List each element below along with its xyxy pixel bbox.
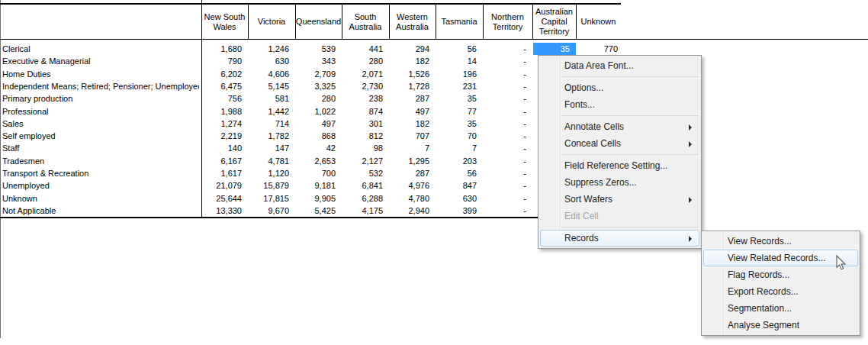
table-cell[interactable]: 77	[436, 105, 483, 118]
table-cell[interactable]: -	[483, 205, 532, 217]
table-cell[interactable]: 1,274	[201, 118, 248, 130]
table-cell[interactable]: 497	[295, 118, 342, 130]
row-label-professional[interactable]: Professional	[2, 105, 199, 118]
row-label-not-applicable[interactable]: Not Applicable	[2, 205, 199, 217]
table-cell[interactable]: -	[483, 92, 532, 105]
table-cell[interactable]: 4,175	[342, 205, 389, 217]
menu-item-annotate-cells[interactable]: Annotate Cells	[540, 118, 699, 135]
table-cell[interactable]: -	[483, 43, 532, 55]
table-cell[interactable]: 630	[248, 55, 295, 67]
table-cell[interactable]: 1,680	[201, 43, 248, 55]
table-cell[interactable]: 2,709	[295, 68, 342, 80]
table-cell[interactable]: 1,988	[201, 105, 248, 118]
table-cell[interactable]: 1,120	[248, 167, 295, 179]
table-cell[interactable]: 56	[436, 43, 483, 55]
table-cell[interactable]: 847	[436, 179, 483, 192]
table-cell[interactable]: 6,288	[342, 192, 389, 205]
table-cell[interactable]: 3,325	[295, 80, 342, 92]
table-cell[interactable]: 182	[389, 118, 436, 130]
table-cell[interactable]: 756	[201, 92, 248, 105]
table-cell[interactable]: 301	[342, 118, 389, 130]
table-cell[interactable]: 581	[248, 92, 295, 105]
table-cell[interactable]: 147	[248, 142, 295, 154]
row-label-home-duties[interactable]: Home Duties	[2, 68, 199, 80]
table-cell[interactable]: 287	[389, 92, 436, 105]
table-cell[interactable]: 399	[436, 205, 483, 217]
table-cell[interactable]: 25,644	[201, 192, 248, 205]
table-cell[interactable]: 770	[576, 43, 621, 55]
row-label-executive-managerial[interactable]: Executive & Managerial	[2, 55, 199, 67]
table-cell[interactable]: 1,442	[248, 105, 295, 118]
menu-item-records[interactable]: Records	[540, 230, 699, 247]
selected-cell[interactable]: 35	[533, 43, 576, 55]
table-cell[interactable]: 1,022	[295, 105, 342, 118]
table-cell[interactable]: 7	[389, 142, 436, 154]
row-label-sales[interactable]: Sales	[2, 118, 199, 130]
column-header-australian-capital-territory[interactable]: Australian Capital Territory	[532, 5, 576, 39]
column-header-queensland[interactable]: Queensland	[295, 5, 342, 39]
table-cell[interactable]: 5,145	[248, 80, 295, 92]
column-header-northern-territory[interactable]: Northern Territory	[483, 5, 532, 39]
table-cell[interactable]: 182	[389, 55, 436, 67]
table-cell[interactable]: 287	[389, 167, 436, 179]
menu-item-suppress-zeros[interactable]: Suppress Zeros...	[540, 174, 699, 191]
table-cell[interactable]: -	[483, 179, 532, 192]
table-cell[interactable]: 2,071	[342, 68, 389, 80]
table-cell[interactable]: 42	[295, 142, 342, 154]
menu-item-flag-records[interactable]: Flag Records...	[703, 266, 858, 283]
column-header-tasmania[interactable]: Tasmania	[436, 5, 483, 39]
table-cell[interactable]: -	[483, 155, 532, 167]
table-cell[interactable]: 1,526	[389, 68, 436, 80]
menu-item-fonts[interactable]: Fonts...	[540, 96, 699, 113]
menu-item-sort-wafers[interactable]: Sort Wafers	[540, 191, 699, 208]
table-cell[interactable]: 35	[436, 92, 483, 105]
table-cell[interactable]: 196	[436, 68, 483, 80]
table-cell[interactable]: 294	[389, 43, 436, 55]
table-cell[interactable]: 707	[389, 130, 436, 142]
table-cell[interactable]: 2,940	[389, 205, 436, 217]
table-cell[interactable]: -	[483, 118, 532, 130]
table-cell[interactable]: 21,079	[201, 179, 248, 192]
menu-item-export-records[interactable]: Export Records...	[703, 283, 858, 300]
table-cell[interactable]: 14	[436, 55, 483, 67]
table-cell[interactable]: 4,976	[389, 179, 436, 192]
table-cell[interactable]: 238	[342, 92, 389, 105]
table-cell[interactable]: 2,219	[201, 130, 248, 142]
table-cell[interactable]: 9,181	[295, 179, 342, 192]
table-cell[interactable]: 532	[342, 167, 389, 179]
table-cell[interactable]: 630	[436, 192, 483, 205]
menu-item-analyse-segment[interactable]: Analyse Segment	[703, 317, 858, 334]
column-header-western-australia[interactable]: Western Australia	[389, 5, 436, 39]
table-cell[interactable]: -	[483, 55, 532, 67]
table-cell[interactable]: 1,246	[248, 43, 295, 55]
table-cell[interactable]: 1,295	[389, 155, 436, 167]
table-cell[interactable]: 56	[436, 167, 483, 179]
row-label-independent-means-retired-pensioner-unemployed[interactable]: Independent Means; Retired; Pensioner; U…	[2, 80, 199, 92]
table-cell[interactable]: -	[483, 105, 532, 118]
table-cell[interactable]: 343	[295, 55, 342, 67]
table-cell[interactable]: 539	[295, 43, 342, 55]
column-header-new-south-wales[interactable]: New South Wales	[201, 5, 248, 39]
table-cell[interactable]: 6,475	[201, 80, 248, 92]
table-cell[interactable]: 2,730	[342, 80, 389, 92]
row-label-transport-recreation[interactable]: Transport & Recreation	[2, 167, 199, 179]
table-cell[interactable]: 790	[201, 55, 248, 67]
table-cell[interactable]: -	[483, 80, 532, 92]
table-cell[interactable]: 4,781	[248, 155, 295, 167]
table-cell[interactable]: 2,653	[295, 155, 342, 167]
table-cell[interactable]: 700	[295, 167, 342, 179]
table-cell[interactable]: -	[483, 130, 532, 142]
table-cell[interactable]: 2,127	[342, 155, 389, 167]
table-cell[interactable]: 1,728	[389, 80, 436, 92]
table-cell[interactable]: 98	[342, 142, 389, 154]
menu-item-field-reference-setting[interactable]: Field Reference Setting...	[540, 157, 699, 174]
menu-item-conceal-cells[interactable]: Conceal Cells	[540, 135, 699, 152]
column-header-victoria[interactable]: Victoria	[248, 5, 295, 39]
table-cell[interactable]: 231	[436, 80, 483, 92]
menu-item-segmentation[interactable]: Segmentation...	[703, 300, 858, 317]
table-cell[interactable]: -	[483, 192, 532, 205]
table-cell[interactable]: 280	[295, 92, 342, 105]
table-cell[interactable]: -	[483, 68, 532, 80]
table-cell[interactable]: 9,670	[248, 205, 295, 217]
table-cell[interactable]: 17,815	[248, 192, 295, 205]
